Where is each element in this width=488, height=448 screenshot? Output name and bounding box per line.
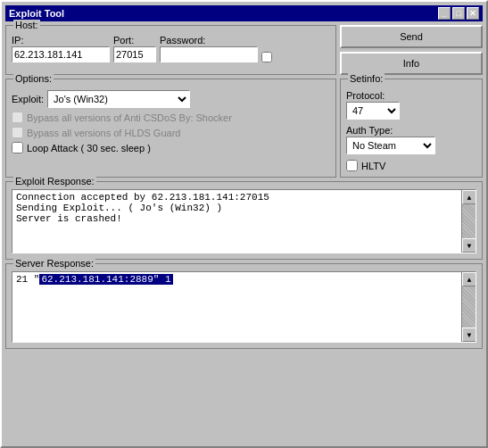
server-line-1: 21 "62.213.181.141:2889" 1: [16, 274, 456, 285]
maximize-button[interactable]: □: [452, 7, 465, 20]
hltv-label: HLTV: [361, 161, 385, 171]
ip-label: IP:: [12, 35, 110, 46]
exploit-response-wrapper: Connection accepted by 62.213.181.141:27…: [12, 189, 476, 253]
server-response-label: Server Response:: [13, 258, 95, 269]
loop-attack-row: Loop Attack ( 30 sec. sleep ): [12, 142, 330, 153]
auth-label: Auth Type:: [346, 125, 476, 136]
exploit-response-label: Exploit Response:: [13, 176, 96, 187]
middle-row: Options: Exploit: Jo's (Win32) Jo's (Lin…: [5, 79, 483, 178]
auth-row: No Steam Steam: [346, 137, 476, 154]
bypass-cssdos-checkbox[interactable]: [12, 112, 23, 123]
options-label: Options:: [13, 73, 54, 84]
server-response-box[interactable]: 21 "62.213.181.141:2889" 1 ▲ ▼: [12, 271, 476, 343]
setinfo-label: Setinfo:: [348, 73, 385, 84]
server-scroll-track: [462, 286, 476, 328]
protocol-field: Protocol: 47 48: [346, 90, 476, 120]
exploit-line-2: Sending Exploit... ( Jo's (Win32) ): [16, 203, 456, 213]
auth-field: Auth Type: No Steam Steam: [346, 125, 476, 154]
bypass-hlds-checkbox[interactable]: [12, 127, 23, 138]
minimize-button[interactable]: _: [438, 7, 451, 20]
main-window: Exploit Tool _ □ ✕ Host: IP: Port:: [0, 0, 488, 448]
exploit-scroll-up[interactable]: ▲: [462, 190, 476, 204]
title-bar-buttons: _ □ ✕: [438, 7, 479, 20]
exploit-select-wrapper: Jo's (Win32) Jo's (Linux): [47, 90, 190, 108]
exploit-response-content: Connection accepted by 62.213.181.141:27…: [16, 192, 472, 224]
exploit-line-3: Server is crashed!: [16, 213, 456, 224]
exploit-row: Exploit: Jo's (Win32) Jo's (Linux): [12, 90, 330, 108]
password-input[interactable]: [160, 46, 258, 62]
loop-attack-label: Loop Attack ( 30 sec. sleep ): [27, 143, 151, 153]
protocol-select[interactable]: 47 48: [346, 102, 400, 120]
right-buttons: Send Info: [340, 25, 483, 75]
password-label: Password:: [160, 35, 258, 46]
send-button[interactable]: Send: [340, 25, 483, 48]
info-button[interactable]: Info: [340, 52, 483, 75]
bypass-cssdos-row: Bypass all versions of Anti CSDoS By: Sh…: [12, 112, 330, 123]
port-field-group: Port:: [113, 35, 156, 62]
setinfo-inner: Protocol: 47 48 Auth Type: No Stea: [346, 90, 476, 171]
bypass-cssdos-label: Bypass all versions of Anti CSDoS By: Sh…: [27, 112, 232, 123]
server-scroll-down[interactable]: ▼: [462, 328, 476, 342]
exploit-scroll-down[interactable]: ▼: [462, 238, 476, 253]
bypass-hlds-row: Bypass all versions of HLDS Guard: [12, 127, 330, 138]
server-response-content: 21 "62.213.181.141:2889" 1: [16, 274, 472, 285]
ip-field-group: IP:: [12, 35, 110, 62]
server-scrollbar: ▲ ▼: [461, 272, 476, 342]
host-label: Host:: [13, 20, 40, 30]
auth-select[interactable]: No Steam Steam: [346, 137, 435, 154]
exploit-response-box[interactable]: Connection accepted by 62.213.181.141:27…: [12, 189, 476, 253]
options-inner: Exploit: Jo's (Win32) Jo's (Linux) Bypas…: [12, 90, 330, 153]
top-row: Host: IP: Port: Password:: [5, 25, 483, 75]
protocol-row: 47 48: [346, 102, 476, 120]
server-highlight: 62.213.181.141:2889" 1: [39, 274, 172, 285]
password-toggle-checkbox[interactable]: [261, 52, 272, 62]
exploit-scroll-track: [462, 204, 476, 238]
bypass-hlds-label: Bypass all versions of HLDS Guard: [27, 128, 180, 138]
exploit-label: Exploit:: [12, 94, 44, 104]
close-button[interactable]: ✕: [467, 7, 479, 20]
host-group: Host: IP: Port: Password:: [5, 25, 336, 75]
main-content: Host: IP: Port: Password:: [5, 25, 483, 443]
hltv-checkbox[interactable]: [346, 160, 358, 171]
setinfo-group: Setinfo: Protocol: 47 48 Auth Type:: [340, 79, 483, 178]
exploit-scrollbar: ▲ ▼: [461, 190, 476, 253]
exploit-line-1: Connection accepted by 62.213.181.141:27…: [16, 192, 456, 203]
server-scroll-up[interactable]: ▲: [462, 272, 476, 286]
server-response-group: Server Response: 21 "62.213.181.141:2889…: [5, 263, 483, 349]
options-group: Options: Exploit: Jo's (Win32) Jo's (Lin…: [5, 79, 336, 178]
password-field-group: Password:: [160, 35, 258, 62]
protocol-label: Protocol:: [346, 90, 476, 101]
exploit-response-group: Exploit Response: Connection accepted by…: [5, 181, 483, 260]
exploit-select[interactable]: Jo's (Win32) Jo's (Linux): [47, 90, 190, 108]
hltv-row: HLTV: [346, 160, 476, 171]
server-response-wrapper: 21 "62.213.181.141:2889" 1 ▲ ▼: [12, 271, 476, 343]
port-input[interactable]: [113, 46, 156, 62]
loop-attack-checkbox[interactable]: [12, 142, 23, 153]
host-fields: IP: Port: Password:: [12, 35, 330, 62]
window-title: Exploit Tool: [9, 8, 64, 19]
ip-input[interactable]: [12, 46, 110, 62]
title-bar: Exploit Tool _ □ ✕: [5, 5, 483, 21]
port-label: Port:: [113, 35, 156, 46]
